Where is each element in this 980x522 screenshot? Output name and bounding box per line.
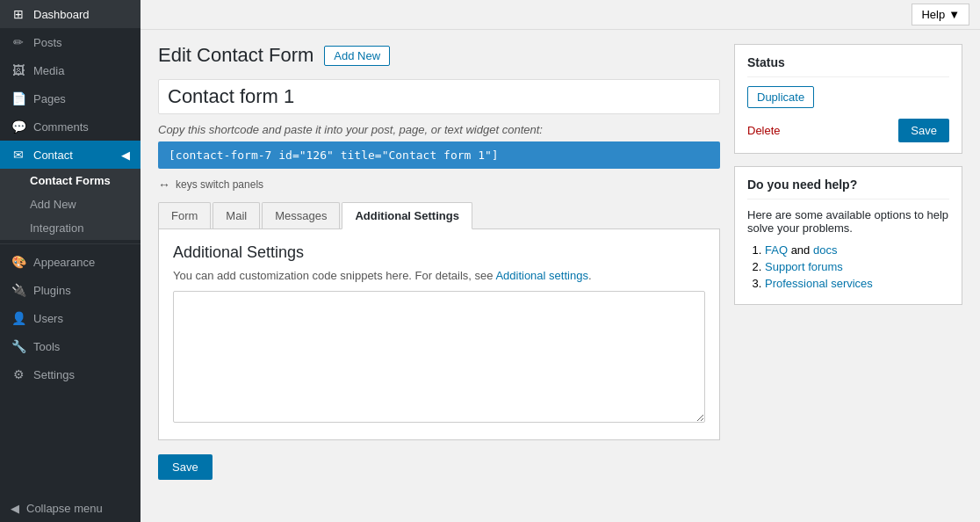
sidebar-item-settings[interactable]: ⚙ Settings — [0, 360, 141, 388]
collapse-icon: ◀ — [11, 502, 19, 515]
sidebar-item-users[interactable]: 👤 Users — [0, 304, 141, 332]
additional-settings-desc: You can add customization code snippets … — [173, 269, 705, 282]
add-new-button[interactable]: Add New — [324, 46, 390, 66]
sidebar-item-contact-forms[interactable]: Contact Forms — [0, 169, 141, 192]
comments-icon: 💬 — [11, 120, 26, 134]
posts-icon: ✏ — [11, 35, 26, 49]
help-list-item-1: FAQ and docs — [765, 243, 949, 257]
shortcode-box[interactable]: [contact-form-7 id="126" title="Contact … — [158, 141, 720, 169]
sidebar-item-contact[interactable]: ✉ Contact ◀ — [0, 141, 141, 169]
settings-icon: ⚙ — [11, 367, 26, 381]
media-icon: 🖼 — [11, 63, 26, 77]
status-widget: Status Duplicate Delete Save — [734, 44, 962, 154]
collapse-menu-button[interactable]: ◀ Collapse menu — [0, 495, 141, 522]
contact-icon: ✉ — [11, 148, 26, 162]
pages-icon: 📄 — [11, 91, 26, 105]
page-title-row: Edit Contact Form Add New — [158, 44, 720, 67]
tools-icon: 🔧 — [11, 339, 26, 353]
arrows-icon: ↔ — [158, 178, 170, 192]
contact-submenu: Contact Forms Add New Integration — [0, 169, 141, 240]
sidebar-item-dashboard[interactable]: ⊞ Dashboard — [0, 0, 141, 28]
additional-settings-textarea[interactable] — [173, 291, 705, 423]
main-content: Help ▼ Edit Contact Form Add New Copy th… — [141, 0, 980, 522]
sidebar-item-pages[interactable]: 📄 Pages — [0, 84, 141, 112]
status-actions: Duplicate — [747, 86, 949, 108]
additional-settings-title: Additional Settings — [173, 243, 705, 262]
sidebar-item-plugins[interactable]: 🔌 Plugins — [0, 276, 141, 304]
faq-link[interactable]: FAQ — [765, 243, 788, 257]
left-panel: Edit Contact Form Add New Copy this shor… — [158, 44, 720, 508]
help-arrow-icon: ▼ — [948, 8, 960, 21]
status-delete-save-row: Delete Save — [747, 119, 949, 142]
help-widget-title: Do you need help? — [747, 178, 949, 199]
tab-additional-settings[interactable]: Additional Settings — [342, 202, 472, 229]
help-list-item-2: Support forums — [765, 260, 949, 273]
tab-form[interactable]: Form — [158, 202, 211, 228]
sidebar-item-media[interactable]: 🖼 Media — [0, 56, 141, 84]
sidebar-item-appearance[interactable]: 🎨 Appearance — [0, 248, 141, 276]
shortcode-label: Copy this shortcode and paste it into yo… — [158, 123, 720, 136]
keys-hint: ↔ keys switch panels — [158, 178, 720, 192]
content-area: Edit Contact Form Add New Copy this shor… — [141, 30, 980, 522]
right-panel: Status Duplicate Delete Save Do you need… — [734, 44, 962, 508]
sidebar-item-comments[interactable]: 💬 Comments — [0, 112, 141, 141]
help-list-item-3: Professional services — [765, 277, 949, 290]
tab-panel-additional-settings: Additional Settings You can add customiz… — [158, 229, 720, 440]
sidebar-item-tools[interactable]: 🔧 Tools — [0, 332, 141, 360]
status-save-button[interactable]: Save — [898, 119, 949, 142]
form-title-input[interactable] — [158, 79, 720, 114]
sidebar-item-add-new[interactable]: Add New — [0, 192, 141, 216]
bottom-save-button[interactable]: Save — [158, 454, 213, 480]
appearance-icon: 🎨 — [11, 255, 26, 269]
help-button[interactable]: Help ▼ — [912, 4, 969, 25]
contact-collapse-arrow: ◀ — [121, 149, 130, 162]
help-list: FAQ and docs Support forums Professional… — [747, 243, 949, 290]
plugins-icon: 🔌 — [11, 283, 26, 297]
delete-link[interactable]: Delete — [747, 124, 781, 137]
users-icon: 👤 — [11, 311, 26, 325]
tab-mail[interactable]: Mail — [213, 202, 260, 228]
help-widget: Do you need help? Here are some availabl… — [734, 166, 962, 305]
topbar: Help ▼ — [141, 0, 980, 30]
sidebar-divider — [0, 243, 141, 244]
tab-messages[interactable]: Messages — [262, 202, 340, 228]
professional-services-link[interactable]: Professional services — [765, 277, 873, 290]
support-forums-link[interactable]: Support forums — [765, 260, 843, 273]
additional-settings-link[interactable]: Additional settings — [495, 269, 588, 282]
sidebar-item-integration[interactable]: Integration — [0, 216, 141, 240]
sidebar: ⊞ Dashboard ✏ Posts 🖼 Media 📄 Pages 💬 Co… — [0, 0, 141, 522]
duplicate-button[interactable]: Duplicate — [747, 86, 814, 108]
page-title: Edit Contact Form — [158, 44, 313, 67]
status-widget-title: Status — [747, 55, 949, 77]
help-widget-desc: Here are some available options to help … — [747, 208, 949, 235]
tabs-bar: Form Mail Messages Additional Settings — [158, 202, 720, 229]
sidebar-item-posts[interactable]: ✏ Posts — [0, 28, 141, 56]
dashboard-icon: ⊞ — [11, 7, 26, 21]
docs-link[interactable]: docs — [813, 243, 837, 257]
